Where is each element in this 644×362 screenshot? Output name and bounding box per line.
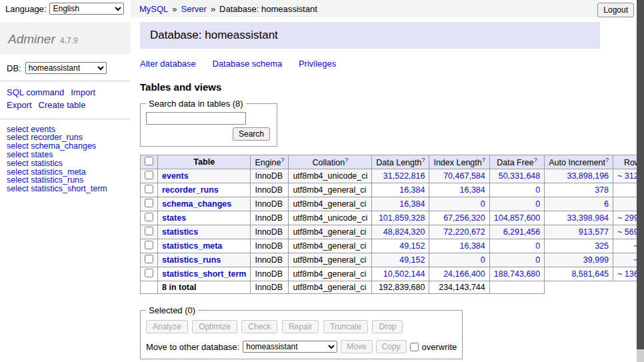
data-length-link[interactable]: 49,152	[399, 255, 425, 265]
select-all-checkbox[interactable]	[145, 157, 153, 165]
auto-increment-link[interactable]: 6	[604, 199, 609, 209]
help-icon[interactable]: ?	[605, 157, 609, 163]
total-engine: InnoDB	[251, 281, 289, 294]
copy-button[interactable]: Copy	[376, 340, 407, 353]
index-length-link[interactable]: 0	[481, 199, 485, 209]
row-checkbox[interactable]	[145, 213, 153, 221]
table-name-cell: statistics_runs	[158, 253, 251, 267]
auto-increment-link[interactable]: 913,577	[579, 227, 609, 237]
table-name-link[interactable]: statistics_short_term	[162, 269, 246, 279]
row-checkbox[interactable]	[145, 255, 153, 263]
data-free-link[interactable]: 0	[535, 185, 540, 195]
data-free-link[interactable]: 0	[535, 241, 540, 251]
move-db-select[interactable]: homeassistant	[243, 341, 337, 353]
row-checkbox[interactable]	[145, 199, 153, 207]
search-button[interactable]: Search	[233, 127, 270, 141]
index-length-link[interactable]: 0	[481, 255, 485, 265]
db-select[interactable]: homeassistant	[25, 62, 107, 74]
table-name-link[interactable]: statistics_runs	[162, 255, 221, 265]
row-checkbox[interactable]	[145, 269, 153, 277]
data-length-link[interactable]: 16,384	[399, 185, 425, 195]
total-data-free	[489, 281, 545, 294]
index-length-link[interactable]: 16,384	[460, 241, 485, 251]
auto-increment-link[interactable]: 325	[595, 241, 609, 251]
total-data-length: 192,839,680	[372, 281, 429, 294]
selected-legend: Selected (0)	[146, 305, 198, 315]
overwrite-checkbox[interactable]	[410, 343, 419, 351]
data_length-cell: 10,502,144	[372, 267, 429, 281]
table-name-link[interactable]: statistics	[162, 227, 198, 237]
row-checkbox[interactable]	[145, 241, 153, 249]
table-name-link[interactable]: statistics_meta	[162, 241, 222, 251]
data-length-link[interactable]: 10,502,144	[383, 269, 425, 279]
data-free-link[interactable]: 0	[535, 255, 540, 265]
auto-increment-link[interactable]: 8,581,645	[571, 269, 609, 279]
breadcrumb-mysql-link[interactable]: MySQL	[139, 4, 168, 14]
auto-increment-link[interactable]: 39,999	[583, 255, 609, 265]
data-free-link[interactable]: 6,291,456	[503, 227, 541, 237]
index-length-link[interactable]: 67,256,320	[443, 213, 485, 223]
database-schema-link[interactable]: Database schema	[212, 59, 282, 69]
table-name-link[interactable]: events	[162, 171, 189, 181]
analyze-button[interactable]: Analyze	[146, 320, 188, 333]
privileges-link[interactable]: Privileges	[299, 59, 336, 69]
sidebar-table-link[interactable]: select statistics_short_term	[7, 184, 107, 193]
data-length-link[interactable]: 48,824,320	[383, 227, 425, 237]
index_length-cell: 67,256,320	[429, 211, 489, 225]
auto-increment-link[interactable]: 378	[595, 185, 609, 195]
logout-button[interactable]: Logout	[597, 3, 634, 17]
table-name-link[interactable]: recorder_runs	[162, 185, 219, 195]
sql-command-link[interactable]: SQL command	[7, 87, 64, 97]
truncate-button[interactable]: Truncate	[323, 320, 368, 333]
search-input[interactable]	[146, 112, 246, 125]
data-length-link[interactable]: 101,859,328	[379, 213, 425, 223]
help-icon[interactable]: ?	[421, 157, 425, 163]
check-button[interactable]: Check	[241, 320, 277, 333]
index_length-cell: 70,467,584	[429, 169, 489, 183]
collation-cell: utf8mb4_general_ci	[289, 197, 372, 211]
table-list: select eventsselect recorder_runsselect …	[0, 119, 131, 199]
move-button[interactable]: Move	[341, 340, 372, 353]
auto_increment-cell: 8,581,645	[545, 267, 613, 281]
data-free-link[interactable]: 50,331,648	[499, 171, 541, 181]
index-length-link[interactable]: 16,384	[460, 185, 485, 195]
table-row: eventsInnoDButf8mb4_unicode_ci31,522,816…	[141, 169, 644, 183]
row-checkbox[interactable]	[145, 171, 153, 179]
help-icon[interactable]: ?	[482, 157, 485, 163]
repair-button[interactable]: Repair	[282, 320, 319, 333]
scrollbar-thumb[interactable]	[637, 0, 644, 349]
language-select[interactable]: English	[49, 3, 124, 15]
alter-database-link[interactable]: Alter database	[140, 59, 196, 69]
export-link[interactable]: Export	[7, 100, 32, 110]
drop-button[interactable]: Drop	[372, 320, 403, 333]
data-free-link[interactable]: 188,743,680	[494, 269, 541, 279]
engine-cell: InnoDB	[251, 169, 289, 183]
index-length-link[interactable]: 72,220,672	[443, 227, 485, 237]
data-free-link[interactable]: 104,857,600	[494, 213, 541, 223]
data-length-link[interactable]: 16,384	[399, 199, 425, 209]
vertical-scrollbar[interactable]	[637, 0, 644, 362]
row-checkbox[interactable]	[145, 227, 153, 235]
optimize-button[interactable]: Optimize	[192, 320, 237, 333]
breadcrumb: MySQL » Server » Database: homeassistant	[131, 0, 599, 17]
auto-increment-link[interactable]: 33,898,196	[567, 171, 609, 181]
table-row: recorder_runsInnoDButf8mb4_general_ci16,…	[141, 183, 644, 197]
data-length-link[interactable]: 49,152	[399, 241, 425, 251]
help-icon[interactable]: ?	[534, 157, 537, 163]
data_free-cell: 0	[489, 239, 545, 253]
index-length-link[interactable]: 24,166,400	[443, 269, 485, 279]
column-header: Data Free?	[489, 155, 545, 169]
data-free-link[interactable]: 0	[535, 199, 540, 209]
auto-increment-link[interactable]: 33,398,984	[567, 213, 609, 223]
table-name-link[interactable]: schema_changes	[162, 199, 231, 209]
help-icon[interactable]: ?	[345, 157, 348, 163]
row-checkbox[interactable]	[145, 185, 153, 193]
index_length-cell: 16,384	[429, 183, 489, 197]
create-table-sidebar-link[interactable]: Create table	[39, 100, 86, 110]
breadcrumb-server-link[interactable]: Server	[181, 4, 207, 14]
help-icon[interactable]: ?	[281, 157, 284, 163]
table-name-link[interactable]: states	[162, 213, 186, 223]
import-link[interactable]: Import	[71, 87, 95, 97]
data-length-link[interactable]: 31,522,816	[383, 171, 425, 181]
index-length-link[interactable]: 70,467,584	[443, 171, 485, 181]
